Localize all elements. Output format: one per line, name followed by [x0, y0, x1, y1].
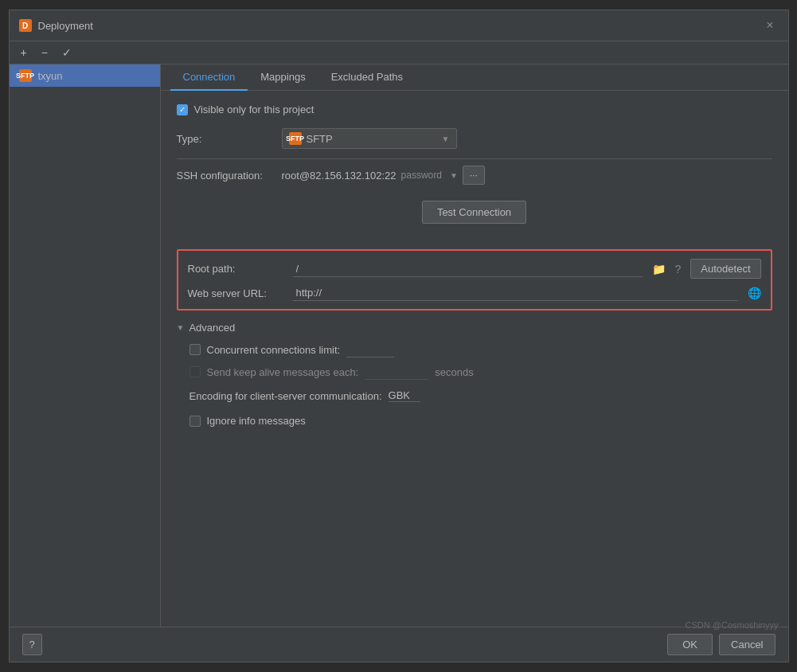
advanced-label: Advanced [189, 322, 235, 334]
concurrent-connections-label: Concurrent connections limit: [207, 344, 341, 356]
content-area: Connection Mappings Excluded Paths ✓ Vis… [161, 64, 788, 627]
type-value: SFTP [307, 133, 333, 145]
root-path-input[interactable] [293, 261, 643, 277]
help-icon[interactable]: ? [675, 263, 682, 275]
type-select[interactable]: SFTP SFTP ▼ [282, 128, 457, 149]
sidebar-item-label: txyun [38, 70, 63, 82]
sftp-icon: SFTP [19, 69, 32, 82]
encoding-value: GBK [389, 389, 420, 402]
concurrent-connections-input[interactable] [346, 342, 394, 357]
visible-only-checkbox[interactable]: ✓ [177, 104, 188, 115]
checkmark-icon: ✓ [179, 106, 186, 114]
ssh-config-value: root@82.156.132.102:22 [282, 170, 397, 182]
tab-connection[interactable]: Connection [170, 64, 248, 91]
highlighted-section: Root path: 📁 ? Autodetect Web server URL… [177, 249, 772, 311]
advanced-arrow-icon: ▼ [177, 323, 185, 332]
help-button[interactable]: ? [22, 634, 42, 655]
keep-alive-input [365, 364, 428, 380]
test-connection-button[interactable]: Test Connection [422, 201, 526, 224]
type-label: Type: [177, 133, 272, 145]
ssh-config-more-button[interactable]: ··· [463, 166, 485, 185]
web-server-url-label: Web server URL: [188, 287, 283, 299]
tab-mappings[interactable]: Mappings [248, 64, 318, 91]
type-dropdown-arrow: ▼ [442, 135, 450, 143]
confirm-button[interactable]: ✓ [57, 45, 76, 61]
footer: ? OK Cancel [10, 627, 788, 662]
web-server-url-input[interactable] [293, 285, 738, 301]
ssh-config-label: SSH configuration: [177, 170, 272, 182]
folder-icon[interactable]: 📁 [652, 263, 666, 275]
advanced-section: ▼ Advanced Concurrent connections limit: [177, 322, 772, 427]
ignore-info-checkbox[interactable] [189, 416, 201, 427]
ssh-config-auth: password [401, 170, 442, 181]
watermark: CSDN @Cosmoshinyyy [686, 620, 779, 630]
ok-button[interactable]: OK [667, 634, 713, 655]
tab-bar: Connection Mappings Excluded Paths [161, 64, 788, 91]
app-icon: D [19, 19, 32, 32]
close-button[interactable]: × [761, 17, 778, 34]
remove-button[interactable]: − [37, 45, 53, 61]
ssh-config-dropdown-arrow[interactable]: ▼ [450, 171, 458, 180]
keep-alive-checkbox [189, 366, 201, 377]
concurrent-connections-checkbox[interactable] [189, 344, 201, 355]
cancel-button[interactable]: Cancel [719, 634, 775, 655]
sidebar-item-txyun[interactable]: SFTP txyun [10, 64, 160, 87]
sftp-type-icon: SFTP [289, 132, 302, 145]
root-path-label: Root path: [188, 263, 283, 275]
globe-icon[interactable]: 🌐 [748, 287, 761, 299]
visible-only-label: Visible only for this project [194, 104, 315, 115]
add-button[interactable]: + [16, 45, 32, 61]
dialog-title: Deployment [38, 20, 93, 32]
sidebar: SFTP txyun [10, 64, 161, 627]
autodetect-button[interactable]: Autodetect [690, 259, 760, 279]
advanced-rows: Concurrent connections limit: Send keep … [177, 342, 772, 427]
advanced-toggle[interactable]: ▼ Advanced [177, 322, 772, 334]
tab-excluded-paths[interactable]: Excluded Paths [318, 64, 416, 91]
form-area: ✓ Visible only for this project Type: SF… [161, 91, 788, 627]
keep-alive-label: Send keep alive messages each: [207, 366, 359, 378]
keep-alive-unit: seconds [435, 366, 473, 378]
ignore-info-label: Ignore info messages [207, 415, 306, 427]
encoding-label: Encoding for client-server communication… [189, 390, 382, 402]
